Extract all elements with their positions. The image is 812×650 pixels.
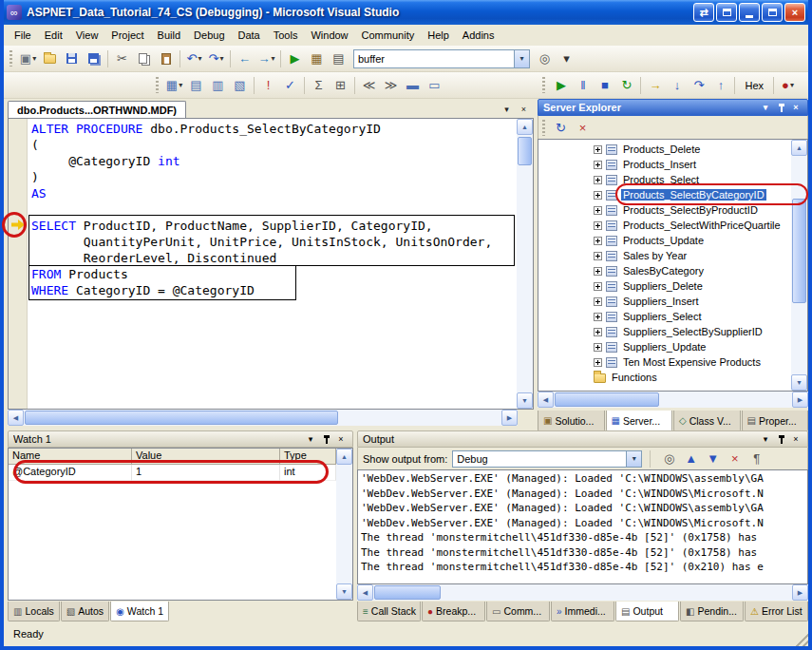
scroll-thumb[interactable] [792, 199, 806, 303]
active-files-dropdown-icon[interactable]: ▾ [500, 103, 514, 116]
tree-item-products-selectbycategoryid[interactable]: Products_SelectByCategoryID [538, 187, 791, 202]
stop-debug-icon[interactable]: ■ [594, 75, 615, 96]
output-titlebar[interactable]: Output ▾ × [357, 430, 808, 448]
tab-breakp[interactable]: ●Breakp... [422, 602, 485, 621]
close-panel-icon[interactable]: × [789, 102, 803, 114]
indent-decrease-icon[interactable]: ≪ [358, 75, 380, 96]
find-combobox[interactable]: buffer ▾ [353, 49, 530, 68]
tree-item-products-select[interactable]: Products_Select [538, 172, 791, 187]
show-results-pane-icon[interactable]: ▧ [229, 75, 251, 96]
close-panel-icon[interactable]: × [334, 433, 348, 446]
menu-item-project[interactable]: Project [104, 27, 150, 44]
toolbar-grip[interactable] [542, 77, 545, 93]
expand-plus-icon[interactable] [594, 176, 602, 184]
menu-item-edit[interactable]: Edit [38, 27, 69, 44]
scroll-right-icon[interactable]: ▶ [792, 584, 808, 601]
goto-previous-message-icon[interactable]: ▲ [680, 449, 702, 469]
scroll-track[interactable] [336, 465, 352, 583]
scroll-down-icon[interactable]: ▼ [517, 392, 533, 409]
execute-query-icon[interactable]: ! [257, 75, 279, 96]
tree-item-products-update[interactable]: Products_Update [538, 233, 791, 248]
restore-button[interactable] [762, 3, 783, 22]
break-all-icon[interactable]: ‖ [572, 75, 594, 96]
tree-item-sales-by-year[interactable]: Sales by Year [538, 248, 791, 263]
add-group-by-icon[interactable]: Σ [308, 75, 330, 96]
scroll-up-icon[interactable]: ▲ [791, 140, 807, 156]
tree-item-suppliers-selectbysupplierid[interactable]: Suppliers_SelectBySupplierID [538, 324, 791, 339]
step-out-icon[interactable]: ↑ [709, 75, 731, 96]
tab-output[interactable]: ▤Output [615, 602, 679, 621]
expand-plus-icon[interactable] [594, 252, 602, 260]
expand-plus-icon[interactable] [594, 206, 602, 215]
expand-plus-icon[interactable] [594, 328, 602, 336]
tab-class-v[interactable]: ◇Class V... [673, 411, 741, 431]
save-icon[interactable] [61, 48, 83, 69]
tree-item-salesbycategory[interactable]: SalesByCategory [538, 263, 791, 278]
scroll-left-icon[interactable]: ◀ [8, 410, 24, 426]
uncomment-lines-icon[interactable]: ▭ [424, 75, 445, 96]
scroll-left-icon[interactable]: ◀ [538, 392, 554, 408]
expand-plus-icon[interactable] [594, 191, 602, 200]
tree-item-functions[interactable]: Functions [538, 370, 791, 385]
tree-item-suppliers-select[interactable]: Suppliers_Select [538, 309, 791, 324]
resize-grip[interactable] [793, 631, 808, 646]
toggle-word-wrap-icon[interactable]: ¶ [746, 449, 767, 469]
expand-plus-icon[interactable] [594, 313, 602, 321]
scroll-track[interactable] [517, 135, 533, 392]
step-over-icon[interactable]: ↷ [688, 75, 709, 96]
scroll-thumb[interactable] [555, 392, 659, 407]
paste-icon[interactable] [155, 48, 177, 69]
tab-autos[interactable]: ▧Autos [61, 602, 109, 621]
document-tab[interactable]: dbo.Products...ORTHWND.MDF) [8, 101, 186, 118]
window-position-icon[interactable]: ▾ [304, 433, 317, 446]
menu-item-file[interactable]: File [8, 27, 38, 44]
show-diagram-pane-icon[interactable]: ▦▾ [163, 75, 185, 96]
cut-icon[interactable]: ✂ [111, 48, 133, 69]
scroll-up-icon[interactable]: ▲ [517, 119, 533, 135]
tab-proper[interactable]: ▤Proper... [742, 411, 809, 431]
auto-hide-pin-icon[interactable] [319, 433, 332, 446]
scroll-right-icon[interactable]: ▶ [792, 392, 808, 408]
editor-vertical-scrollbar[interactable]: ▲ ▼ [517, 119, 533, 409]
window-switch-icon[interactable]: ⇄ [693, 3, 714, 22]
scroll-down-icon[interactable]: ▼ [791, 374, 807, 391]
expand-plus-icon[interactable] [594, 343, 602, 352]
restart-icon[interactable]: ↻ [615, 75, 637, 96]
tab-error-list[interactable]: ⚠Error List [745, 602, 808, 621]
menu-item-community[interactable]: Community [355, 27, 422, 44]
properties-window-icon[interactable]: ▤ [328, 48, 349, 69]
scroll-left-icon[interactable]: ◀ [357, 584, 373, 601]
expand-plus-icon[interactable] [594, 358, 602, 367]
toolbar-grip[interactable] [156, 77, 159, 93]
open-file-icon[interactable] [39, 48, 61, 69]
add-new-item-icon[interactable]: ▣▾ [17, 48, 39, 69]
watch-cell[interactable]: @CategoryID [9, 465, 132, 481]
tree-vertical-scrollbar[interactable]: ▲ ▼ [791, 140, 807, 391]
output-log[interactable]: 'WebDev.WebServer.EXE' (Managed): Loaded… [357, 469, 808, 584]
add-table-icon[interactable]: ⊞ [330, 75, 351, 96]
hex-button[interactable]: Hex [738, 75, 770, 96]
menu-item-view[interactable]: View [69, 27, 105, 44]
tab-immedi[interactable]: »Immedi... [551, 602, 614, 621]
tree-item-products-delete[interactable]: Products_Delete [538, 142, 791, 157]
undo-icon[interactable]: ↶▾ [183, 48, 205, 69]
tab-server[interactable]: ▦Server... [606, 411, 673, 431]
tab-pendin[interactable]: ◧Pendin... [680, 602, 744, 621]
menu-item-help[interactable]: Help [421, 27, 456, 44]
combo-dropdown-icon[interactable]: ▾ [514, 50, 529, 67]
tree-item-products-insert[interactable]: Products_Insert [538, 157, 791, 172]
scroll-track[interactable] [791, 156, 807, 374]
expand-plus-icon[interactable] [594, 161, 602, 169]
menu-item-tools[interactable]: Tools [267, 27, 305, 44]
redo-icon[interactable]: ↷▾ [205, 48, 227, 69]
expand-plus-icon[interactable] [594, 221, 602, 230]
watch-row[interactable]: @CategoryID1int [9, 465, 336, 481]
tab-call-stack[interactable]: ≡Call Stack [357, 602, 421, 621]
window-dock-icon[interactable] [716, 3, 737, 22]
tree-item-suppliers-delete[interactable]: Suppliers_Delete [538, 278, 791, 294]
solution-explorer-icon[interactable]: ▦ [306, 48, 328, 69]
continue-debug-icon[interactable]: ▶ [550, 75, 572, 96]
tree-item-products-selectwithpricequartile[interactable]: Products_SelectWithPriceQuartile [538, 218, 791, 233]
watch-vertical-scrollbar[interactable]: ▲ ▼ [336, 449, 352, 600]
window-position-icon[interactable]: ▾ [759, 433, 772, 446]
